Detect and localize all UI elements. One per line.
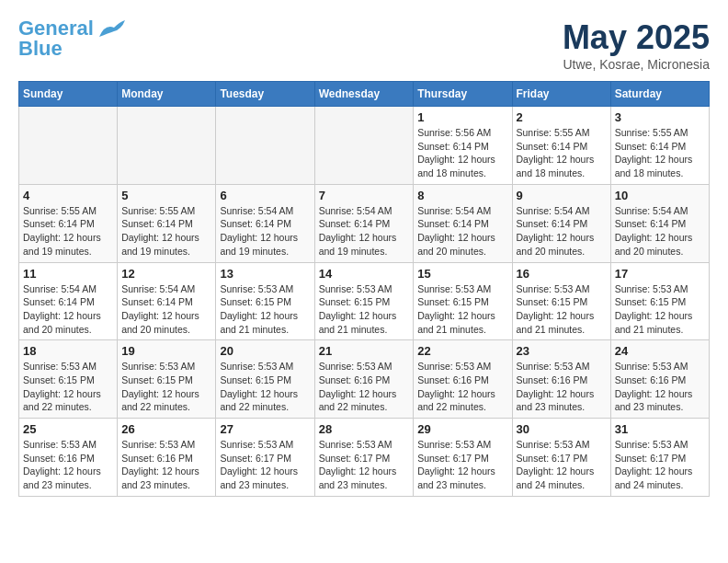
calendar-cell: 16Sunrise: 5:53 AM Sunset: 6:15 PM Dayli… xyxy=(512,262,610,340)
day-number: 2 xyxy=(517,110,607,124)
day-info: Sunrise: 5:53 AM Sunset: 6:15 PM Dayligh… xyxy=(220,282,310,337)
day-number: 11 xyxy=(23,267,113,281)
day-info: Sunrise: 5:55 AM Sunset: 6:14 PM Dayligh… xyxy=(615,126,705,180)
calendar-cell: 6Sunrise: 5:54 AM Sunset: 6:14 PM Daylig… xyxy=(216,184,314,262)
day-info: Sunrise: 5:53 AM Sunset: 6:17 PM Dayligh… xyxy=(220,438,310,492)
calendar-cell: 20Sunrise: 5:53 AM Sunset: 6:15 PM Dayli… xyxy=(216,340,314,419)
day-info: Sunrise: 5:53 AM Sunset: 6:16 PM Dayligh… xyxy=(417,360,507,414)
calendar-cell: 31Sunrise: 5:53 AM Sunset: 6:17 PM Dayli… xyxy=(610,419,709,497)
calendar-cell: 2Sunrise: 5:55 AM Sunset: 6:14 PM Daylig… xyxy=(512,107,610,185)
day-info: Sunrise: 5:53 AM Sunset: 6:16 PM Dayligh… xyxy=(23,438,113,492)
calendar-cell xyxy=(314,107,414,185)
calendar-cell: 4Sunrise: 5:55 AM Sunset: 6:14 PM Daylig… xyxy=(19,184,118,262)
location: Utwe, Kosrae, Micronesia xyxy=(563,57,710,72)
calendar-cell: 17Sunrise: 5:53 AM Sunset: 6:15 PM Dayli… xyxy=(610,262,709,340)
day-info: Sunrise: 5:55 AM Sunset: 6:14 PM Dayligh… xyxy=(23,204,113,259)
day-info: Sunrise: 5:53 AM Sunset: 6:15 PM Dayligh… xyxy=(319,282,410,337)
calendar-cell xyxy=(216,107,314,185)
day-info: Sunrise: 5:55 AM Sunset: 6:14 PM Dayligh… xyxy=(517,126,607,180)
day-info: Sunrise: 5:54 AM Sunset: 6:14 PM Dayligh… xyxy=(417,204,507,259)
day-number: 21 xyxy=(319,344,410,358)
day-number: 24 xyxy=(615,344,705,358)
day-info: Sunrise: 5:53 AM Sunset: 6:16 PM Dayligh… xyxy=(615,360,705,414)
day-number: 5 xyxy=(121,189,211,202)
day-info: Sunrise: 5:53 AM Sunset: 6:15 PM Dayligh… xyxy=(615,282,705,337)
day-number: 18 xyxy=(23,344,113,358)
calendar-cell xyxy=(118,107,216,185)
day-info: Sunrise: 5:53 AM Sunset: 6:16 PM Dayligh… xyxy=(121,438,211,492)
day-info: Sunrise: 5:53 AM Sunset: 6:15 PM Dayligh… xyxy=(417,282,507,337)
weekday-header-row: SundayMondayTuesdayWednesdayThursdayFrid… xyxy=(19,82,710,107)
day-number: 23 xyxy=(517,344,607,358)
day-number: 30 xyxy=(517,422,607,436)
day-number: 26 xyxy=(121,422,211,436)
day-info: Sunrise: 5:54 AM Sunset: 6:14 PM Dayligh… xyxy=(319,204,410,259)
calendar-cell: 21Sunrise: 5:53 AM Sunset: 6:16 PM Dayli… xyxy=(314,340,414,419)
day-number: 29 xyxy=(417,422,507,436)
day-info: Sunrise: 5:54 AM Sunset: 6:14 PM Dayligh… xyxy=(23,282,113,337)
day-number: 19 xyxy=(121,344,211,358)
calendar-cell: 11Sunrise: 5:54 AM Sunset: 6:14 PM Dayli… xyxy=(19,262,118,340)
day-info: Sunrise: 5:55 AM Sunset: 6:14 PM Dayligh… xyxy=(121,204,211,259)
day-number: 9 xyxy=(517,189,607,202)
calendar-cell: 15Sunrise: 5:53 AM Sunset: 6:15 PM Dayli… xyxy=(414,262,512,340)
day-info: Sunrise: 5:53 AM Sunset: 6:15 PM Dayligh… xyxy=(23,360,113,414)
calendar-cell: 28Sunrise: 5:53 AM Sunset: 6:17 PM Dayli… xyxy=(314,419,414,497)
day-info: Sunrise: 5:54 AM Sunset: 6:14 PM Dayligh… xyxy=(220,204,310,259)
day-info: Sunrise: 5:53 AM Sunset: 6:16 PM Dayligh… xyxy=(319,360,410,414)
weekday-header-friday: Friday xyxy=(512,82,610,107)
calendar-cell: 24Sunrise: 5:53 AM Sunset: 6:16 PM Dayli… xyxy=(610,340,709,419)
calendar-cell: 14Sunrise: 5:53 AM Sunset: 6:15 PM Dayli… xyxy=(314,262,414,340)
logo-text: General Blue xyxy=(18,18,94,59)
weekday-header-thursday: Thursday xyxy=(414,82,512,107)
calendar-cell xyxy=(19,107,118,185)
day-number: 14 xyxy=(319,267,410,281)
calendar-cell: 27Sunrise: 5:53 AM Sunset: 6:17 PM Dayli… xyxy=(216,419,314,497)
calendar-cell: 29Sunrise: 5:53 AM Sunset: 6:17 PM Dayli… xyxy=(414,419,512,497)
day-info: Sunrise: 5:53 AM Sunset: 6:16 PM Dayligh… xyxy=(517,360,607,414)
day-info: Sunrise: 5:56 AM Sunset: 6:14 PM Dayligh… xyxy=(417,126,507,180)
day-info: Sunrise: 5:53 AM Sunset: 6:17 PM Dayligh… xyxy=(319,438,410,492)
title-block: May 2025 Utwe, Kosrae, Micronesia xyxy=(563,18,710,72)
calendar-cell: 5Sunrise: 5:55 AM Sunset: 6:14 PM Daylig… xyxy=(118,184,216,262)
month-title: May 2025 xyxy=(563,18,710,57)
calendar-cell: 23Sunrise: 5:53 AM Sunset: 6:16 PM Dayli… xyxy=(512,340,610,419)
calendar-cell: 10Sunrise: 5:54 AM Sunset: 6:14 PM Dayli… xyxy=(610,184,709,262)
day-number: 28 xyxy=(319,422,410,436)
day-number: 27 xyxy=(220,422,310,436)
calendar-cell: 8Sunrise: 5:54 AM Sunset: 6:14 PM Daylig… xyxy=(414,184,512,262)
calendar-cell: 18Sunrise: 5:53 AM Sunset: 6:15 PM Dayli… xyxy=(19,340,118,419)
logo-bird-icon xyxy=(96,20,125,40)
day-number: 20 xyxy=(220,344,310,358)
day-info: Sunrise: 5:53 AM Sunset: 6:15 PM Dayligh… xyxy=(121,360,211,414)
calendar-week-row: 25Sunrise: 5:53 AM Sunset: 6:16 PM Dayli… xyxy=(19,419,710,497)
day-number: 15 xyxy=(417,267,507,281)
logo: General Blue xyxy=(18,18,125,59)
day-number: 16 xyxy=(517,267,607,281)
day-number: 17 xyxy=(615,267,705,281)
day-number: 3 xyxy=(615,110,705,124)
calendar-cell: 30Sunrise: 5:53 AM Sunset: 6:17 PM Dayli… xyxy=(512,419,610,497)
page-header: General Blue May 2025 Utwe, Kosrae, Micr… xyxy=(18,18,710,72)
day-number: 31 xyxy=(615,422,705,436)
calendar-cell: 9Sunrise: 5:54 AM Sunset: 6:14 PM Daylig… xyxy=(512,184,610,262)
calendar-cell: 13Sunrise: 5:53 AM Sunset: 6:15 PM Dayli… xyxy=(216,262,314,340)
day-number: 25 xyxy=(23,422,113,436)
day-number: 6 xyxy=(220,189,310,202)
day-info: Sunrise: 5:53 AM Sunset: 6:15 PM Dayligh… xyxy=(517,282,607,337)
calendar-cell: 12Sunrise: 5:54 AM Sunset: 6:14 PM Dayli… xyxy=(118,262,216,340)
calendar-week-row: 1Sunrise: 5:56 AM Sunset: 6:14 PM Daylig… xyxy=(19,107,710,185)
weekday-header-tuesday: Tuesday xyxy=(216,82,314,107)
day-number: 12 xyxy=(121,267,211,281)
calendar-table: SundayMondayTuesdayWednesdayThursdayFrid… xyxy=(18,81,710,497)
day-info: Sunrise: 5:53 AM Sunset: 6:17 PM Dayligh… xyxy=(417,438,507,492)
day-number: 1 xyxy=(417,110,507,124)
day-info: Sunrise: 5:53 AM Sunset: 6:15 PM Dayligh… xyxy=(220,360,310,414)
day-info: Sunrise: 5:53 AM Sunset: 6:17 PM Dayligh… xyxy=(517,438,607,492)
day-info: Sunrise: 5:54 AM Sunset: 6:14 PM Dayligh… xyxy=(615,204,705,259)
day-number: 13 xyxy=(220,267,310,281)
calendar-cell: 19Sunrise: 5:53 AM Sunset: 6:15 PM Dayli… xyxy=(118,340,216,419)
calendar-cell: 7Sunrise: 5:54 AM Sunset: 6:14 PM Daylig… xyxy=(314,184,414,262)
calendar-cell: 25Sunrise: 5:53 AM Sunset: 6:16 PM Dayli… xyxy=(19,419,118,497)
calendar-cell: 22Sunrise: 5:53 AM Sunset: 6:16 PM Dayli… xyxy=(414,340,512,419)
